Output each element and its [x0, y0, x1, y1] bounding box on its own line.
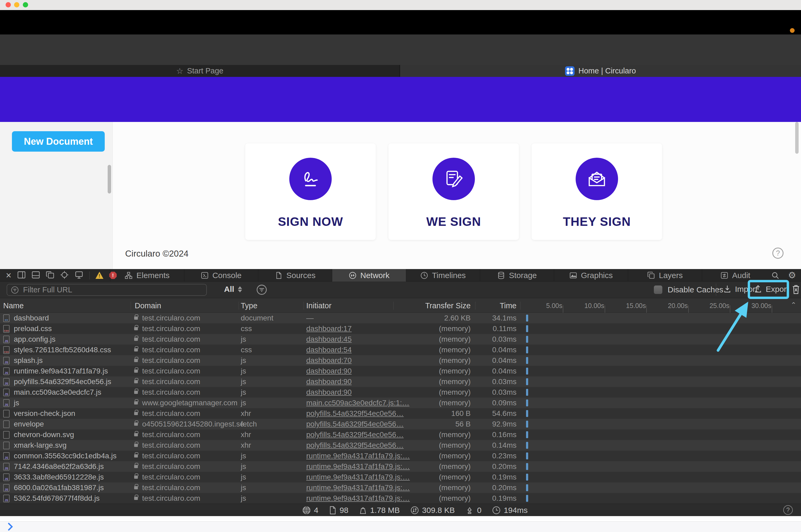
dock-bottom-icon[interactable] — [32, 271, 40, 280]
filter-url-input[interactable]: Filter Full URL — [7, 284, 207, 296]
file-type-icon — [3, 315, 10, 322]
request-initiator[interactable]: polyfills.54a6329f54ec0e56… — [306, 430, 404, 440]
request-initiator[interactable]: runtime.9ef9a4317af1fa79.js:… — [306, 461, 410, 472]
network-table-row[interactable]: envelope o4505159621345280.ingest.se… fe… — [0, 419, 801, 430]
column-type[interactable]: Type — [241, 301, 258, 310]
close-window-button[interactable] — [5, 2, 11, 7]
network-table-row[interactable]: polyfills.54a6329f54ec0e56.js test.circu… — [0, 376, 801, 387]
network-table-row[interactable]: dashboard test.circularo.com document — … — [0, 313, 801, 323]
warnings-icon[interactable]: ! — [95, 272, 104, 279]
request-initiator[interactable]: main.cc509ac3e0edcfc7.js:1:… — [306, 398, 409, 408]
scroll-up-icon[interactable]: ⌃ — [791, 301, 797, 309]
device-settings-icon[interactable] — [75, 271, 83, 280]
request-name: 7142.4346a8e62f2a63d6.js — [14, 461, 104, 472]
close-inspector-icon[interactable]: × — [6, 270, 12, 281]
request-initiator[interactable]: polyfills.54a6329f54ec0e56… — [306, 408, 404, 419]
dock-side-icon[interactable] — [17, 271, 26, 280]
network-table-row[interactable]: 7142.4346a8e62f2a63d6.js test.circularo.… — [0, 461, 801, 472]
minimize-window-button[interactable] — [14, 2, 19, 7]
request-initiator[interactable]: runtime.9ef9a4317af1fa79.js:… — [306, 472, 410, 482]
request-domain: o4505159621345280.ingest.se… — [142, 419, 252, 430]
column-name[interactable]: Name — [3, 301, 24, 310]
tab-elements[interactable]: Elements — [110, 269, 184, 282]
request-initiator[interactable]: dashboard:90 — [306, 387, 352, 398]
request-initiator[interactable]: runtime.9ef9a4317af1fa79.js:… — [306, 451, 410, 461]
network-table-row[interactable]: version-check.json test.circularo.com xh… — [0, 408, 801, 419]
waterfall-bar — [526, 378, 528, 385]
network-table-row[interactable]: splash.js test.circularo.com js dashboar… — [0, 355, 801, 366]
sidebar-scrollbar-thumb[interactable] — [108, 165, 111, 193]
waterfall-bar — [526, 474, 528, 480]
request-initiator[interactable]: polyfills.54a6329f54ec0e56… — [306, 419, 404, 430]
column-domain[interactable]: Domain — [135, 301, 161, 310]
request-initiator[interactable]: dashboard:70 — [306, 355, 352, 366]
zoom-window-button[interactable] — [23, 2, 28, 7]
inspector-search-icon[interactable] — [771, 271, 780, 281]
column-transfer-size[interactable]: Transfer Size — [395, 301, 471, 310]
tab-home-circularo[interactable]: Home | Circularo — [400, 65, 801, 77]
network-table-row[interactable]: app.config.js test.circularo.com js dash… — [0, 334, 801, 345]
request-transfer-size: (memory) — [395, 398, 471, 408]
request-domain: test.circularo.com — [142, 472, 200, 482]
request-initiator[interactable]: dashboard:90 — [306, 376, 352, 387]
network-table-row[interactable]: preload.css test.circularo.com css dashb… — [0, 323, 801, 334]
filter-options-icon[interactable] — [256, 284, 267, 296]
new-document-button[interactable]: New Document — [12, 131, 105, 152]
export-button[interactable]: Export — [754, 285, 789, 294]
sign-now-card[interactable]: SIGN NOW — [245, 144, 376, 240]
undock-windows-icon[interactable] — [46, 271, 54, 280]
inspector-help-button[interactable]: ? — [783, 505, 793, 515]
request-initiator[interactable]: — — [306, 313, 314, 323]
tab-storage[interactable]: Storage — [480, 269, 554, 282]
lock-icon — [134, 369, 138, 373]
network-table-row[interactable]: 3633.3abf8ed65912228e.js test.circularo.… — [0, 472, 801, 482]
we-sign-card[interactable]: WE SIGN — [388, 144, 519, 240]
network-table-row[interactable]: styles.726118cfb5260d48.css test.circula… — [0, 345, 801, 355]
request-initiator[interactable]: polyfills.54a6329f54ec0e56… — [306, 440, 404, 451]
request-initiator[interactable]: dashboard:17 — [306, 323, 352, 334]
lock-icon — [134, 486, 138, 489]
clear-network-items-icon[interactable] — [791, 284, 801, 296]
resource-type-select[interactable]: All — [224, 285, 242, 294]
network-table-row[interactable]: xmark-large.svg test.circularo.com xhr p… — [0, 440, 801, 451]
help-button[interactable]: ? — [772, 248, 783, 259]
tab-graphics[interactable]: Graphics — [554, 269, 628, 282]
network-table-row[interactable]: main.cc509ac3e0edcfc7.js test.circularo.… — [0, 387, 801, 398]
bottom-console-bar[interactable] — [0, 521, 801, 532]
import-button[interactable]: Import — [723, 285, 758, 294]
element-picker-icon[interactable] — [60, 271, 69, 280]
network-table-row[interactable]: runtime.9ef9a4317af1fa79.js test.circula… — [0, 366, 801, 376]
request-initiator[interactable]: runtime.9ef9a4317af1fa79.js:… — [306, 493, 410, 504]
request-domain: test.circularo.com — [142, 430, 200, 440]
network-rows: dashboard test.circularo.com document — … — [0, 313, 801, 504]
column-time[interactable]: Time — [474, 301, 517, 310]
disable-caches-checkbox[interactable] — [654, 285, 662, 294]
network-table-row[interactable]: common.35563cc9dc1edb4a.js test.circular… — [0, 451, 801, 461]
request-initiator[interactable]: runtime.9ef9a4317af1fa79.js:… — [306, 482, 410, 493]
select-chevrons-icon — [238, 286, 242, 292]
tab-console[interactable]: Console — [184, 269, 258, 282]
inspector-settings-icon[interactable]: ⚙ — [788, 270, 796, 281]
network-table-row[interactable]: 5362.54fd678677f4f8dd.js test.circularo.… — [0, 493, 801, 504]
tab-audit[interactable]: Audit — [702, 269, 769, 282]
network-table-row[interactable]: 6800.0a026a1fab381987.js test.circularo.… — [0, 482, 801, 493]
request-domain: test.circularo.com — [142, 355, 200, 366]
request-time: 92.9ms — [474, 419, 517, 430]
network-table-row[interactable]: chevron-down.svg test.circularo.com xhr … — [0, 430, 801, 440]
request-initiator[interactable]: dashboard:54 — [306, 345, 352, 355]
tab-timelines[interactable]: Timelines — [406, 269, 480, 282]
disable-caches-control[interactable]: Disable Caches — [654, 285, 723, 294]
tab-start-page[interactable]: ☆ Start Page — [0, 65, 400, 77]
page-scrollbar-thumb[interactable] — [795, 122, 799, 154]
network-table-row[interactable]: js www.googletagmanager.com js main.cc50… — [0, 398, 801, 408]
tab-network[interactable]: Network — [332, 269, 406, 282]
request-initiator[interactable]: dashboard:90 — [306, 366, 352, 376]
request-transfer-size: 160 B — [395, 408, 471, 419]
column-initiator[interactable]: Initiator — [306, 301, 331, 310]
tab-sources[interactable]: Sources — [258, 269, 332, 282]
they-sign-card[interactable]: THEY SIGN — [532, 144, 662, 240]
export-label: Export — [766, 285, 789, 294]
request-initiator[interactable]: dashboard:45 — [306, 334, 352, 345]
waterfall-bar — [526, 325, 528, 332]
tab-layers[interactable]: Layers — [628, 269, 702, 282]
